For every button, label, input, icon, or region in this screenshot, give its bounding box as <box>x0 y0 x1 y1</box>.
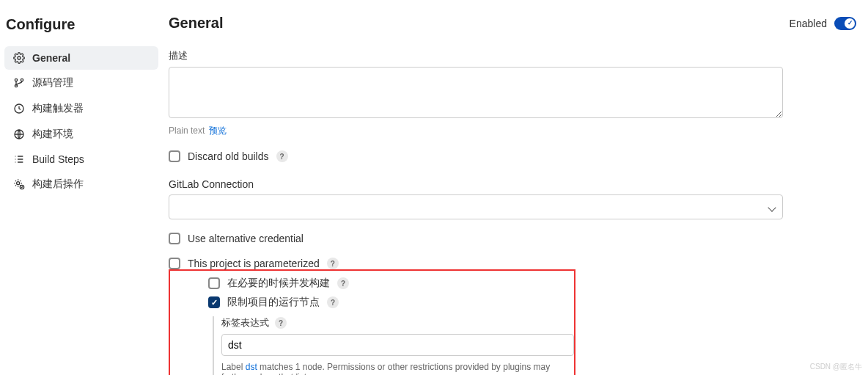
label-expr-input[interactable] <box>221 334 574 356</box>
watermark: CSDN @匿名牛 <box>810 362 862 372</box>
alt-credential-checkbox[interactable] <box>169 233 180 244</box>
concurrent-build-label: 在必要的时候并发构建 <box>227 277 330 290</box>
restrict-node-checkbox[interactable]: ✓ <box>208 296 220 308</box>
discard-old-builds-label: Discard old builds <box>188 150 269 162</box>
preview-link[interactable]: 预览 <box>209 125 227 136</box>
clock-icon <box>13 103 25 114</box>
description-label: 描述 <box>169 49 861 62</box>
discard-old-builds-checkbox[interactable] <box>169 150 180 162</box>
sidebar-item-env[interactable]: 构建环境 <box>4 122 158 147</box>
help-icon[interactable]: ? <box>327 296 339 308</box>
main-panel: General Enabled ✓ 描述 Plain text 预览 Disca… <box>158 4 868 375</box>
branch-icon <box>13 77 25 89</box>
gear-icon <box>13 52 25 64</box>
sidebar-item-label: General <box>32 52 70 64</box>
svg-point-0 <box>18 57 21 59</box>
list-icon <box>13 153 25 165</box>
alt-credential-label: Use alternative credential <box>188 233 304 244</box>
sidebar-item-steps[interactable]: Build Steps <box>4 148 158 171</box>
concurrent-build-checkbox[interactable] <box>208 277 220 289</box>
gitlab-connection-select[interactable] <box>169 194 783 219</box>
restrict-node-label: 限制项目的运行节点 <box>227 296 320 309</box>
parameterized-checkbox[interactable] <box>169 258 180 269</box>
parameterized-label: This project is parameterized <box>188 258 320 269</box>
chevron-down-icon <box>769 201 775 213</box>
svg-point-1 <box>15 79 17 81</box>
help-icon[interactable]: ? <box>327 258 339 269</box>
sidebar-item-label: 构建环境 <box>32 128 73 141</box>
svg-point-2 <box>21 79 23 81</box>
highlight-annotation: 在必要的时候并发构建 ? ✓ 限制项目的运行节点 ? 标签表达式 ? Label… <box>169 269 575 375</box>
enabled-toggle[interactable]: ✓ <box>834 17 856 30</box>
sidebar-item-general[interactable]: General <box>4 46 158 70</box>
description-textarea[interactable] <box>169 67 783 118</box>
sidebar-item-label: 构建触发器 <box>32 102 84 115</box>
sidebar-item-triggers[interactable]: 构建触发器 <box>4 96 158 121</box>
sidebar-title: Configure <box>6 16 158 33</box>
globe-icon <box>13 128 25 140</box>
svg-point-6 <box>17 182 20 185</box>
page-title: General <box>169 15 223 32</box>
sidebar-item-scm[interactable]: 源码管理 <box>4 70 158 95</box>
sidebar-item-label: 源码管理 <box>32 76 73 90</box>
sidebar-item-label: Build Steps <box>32 153 84 165</box>
sidebar-item-post[interactable]: 构建后操作 <box>4 172 158 197</box>
gitlab-connection-label: GitLab Connection <box>169 178 861 190</box>
help-icon[interactable]: ? <box>337 277 349 289</box>
help-icon[interactable]: ? <box>275 317 287 329</box>
plaintext-label: Plain text <box>169 125 205 136</box>
label-expr-label: 标签表达式 <box>221 316 269 330</box>
gear-badge-icon <box>13 178 25 190</box>
sidebar-item-label: 构建后操作 <box>32 178 84 191</box>
label-match-hint: Label dst matches 1 node. Permissions or… <box>221 362 574 375</box>
help-icon[interactable]: ? <box>276 150 288 162</box>
enabled-label: Enabled <box>790 18 827 29</box>
configure-sidebar: Configure General 源码管理 构建触发器 构建环境 <box>4 4 158 375</box>
